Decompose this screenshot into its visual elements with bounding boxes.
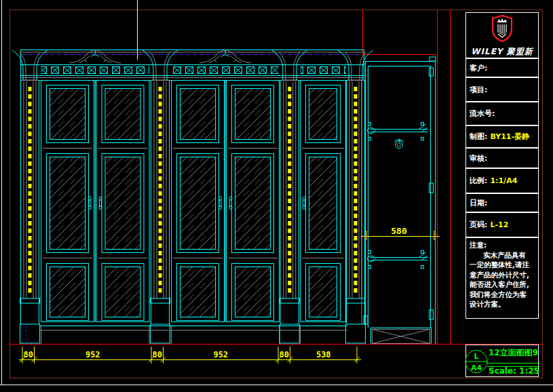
- drawing-scale: Scale: 1:25: [489, 366, 539, 376]
- hook-ornament: [394, 138, 404, 149]
- brand-name: WILEY 聚盟新: [466, 46, 538, 58]
- drawing-title-box: L A4 12立面图图9 Scale: 1:25: [465, 345, 539, 377]
- note-line: 一定的整体性,请注: [470, 260, 538, 270]
- brand-shield-icon: [491, 15, 514, 42]
- door-handle: [89, 197, 92, 210]
- note-label: 注意:: [470, 240, 538, 250]
- field-label: 日期:: [470, 198, 487, 208]
- cad-application-viewport: 580 80 952 80 952 80 538 WILEY 聚盟新 客户: 项…: [0, 0, 553, 392]
- dimension-label: 952: [85, 350, 100, 359]
- note-line: 实木产品具有: [470, 250, 538, 260]
- pilaster: [280, 80, 299, 343]
- base-cross-brace: [370, 328, 432, 344]
- title-block: WILEY 聚盟新 客户: 项目: 流水号: 制图: BY11-晏静 审核: 比…: [460, 9, 543, 378]
- dimension-chain: 80 952 80 952 80 538: [19, 347, 361, 364]
- wardrobe-door: [172, 81, 225, 322]
- pilaster: [346, 80, 366, 343]
- page-letter: L: [474, 352, 478, 361]
- field-reviewer: 审核:: [465, 148, 539, 168]
- wardrobe-cornice: [12, 50, 373, 81]
- field-label: 客户:: [470, 63, 487, 73]
- page-circle-icon: L A4: [464, 349, 489, 374]
- field-page: 页码: L-12: [465, 212, 539, 237]
- wardrobe-door: [41, 81, 94, 322]
- field-label: 审核:: [470, 153, 487, 163]
- dimension-label: 538: [316, 350, 331, 359]
- note-line: 能否进入客户住所,: [470, 279, 538, 290]
- field-label: 页码:: [470, 220, 487, 230]
- dimension-label: 952: [213, 350, 228, 359]
- note-box: 注意: 实木产品具有 一定的整体性,请注 意产品的外计尺寸, 能否进入客户住所,…: [465, 237, 539, 319]
- wardrobe-door: [96, 81, 149, 322]
- paper-size: A4: [471, 364, 482, 372]
- door-handle: [219, 197, 222, 210]
- field-scale: 比例: 1:1/A4: [465, 168, 539, 193]
- field-value: L-12: [490, 220, 508, 229]
- field-date: 日期:: [465, 193, 539, 212]
- field-customer: 客户:: [465, 58, 539, 77]
- wardrobe-doors: [41, 80, 346, 322]
- dimension-label: 80: [24, 350, 33, 359]
- dimension-cabinet-width: 580: [361, 226, 440, 240]
- field-label: 流水号:: [470, 109, 495, 119]
- field-drafter: 制图: BY11-晏静: [465, 125, 539, 148]
- field-serial: 流水号:: [465, 102, 539, 125]
- door-handle: [99, 197, 102, 210]
- wardrobe-door: [301, 81, 346, 322]
- dimension-label: 580: [391, 226, 407, 236]
- pilaster: [151, 80, 170, 343]
- note-line: 我们将全方位为客: [470, 290, 538, 300]
- field-value: BY11-晏静: [490, 132, 529, 142]
- open-cabinet: [364, 57, 436, 344]
- note-line: 设计方案。: [470, 299, 538, 309]
- field-label: 项目:: [470, 85, 487, 95]
- dimension-label: 80: [280, 350, 289, 359]
- field-value: 1:1/A4: [490, 176, 517, 185]
- hanging-rod: [368, 251, 428, 269]
- field-project: 项目:: [465, 77, 539, 102]
- dimension-label: 80: [153, 350, 162, 359]
- dentil-band: [41, 65, 346, 75]
- brand-logo-box: WILEY 聚盟新: [465, 12, 539, 58]
- drawing-title: 12立面图图9: [489, 347, 540, 359]
- note-line: 意产品的外计尺寸,: [470, 270, 538, 280]
- door-handle: [303, 197, 305, 210]
- pilaster: [20, 80, 40, 343]
- field-label: 比例:: [470, 176, 487, 186]
- field-label: 制图:: [470, 132, 487, 142]
- hanging-rod: [368, 123, 428, 140]
- wardrobe-door: [227, 81, 280, 322]
